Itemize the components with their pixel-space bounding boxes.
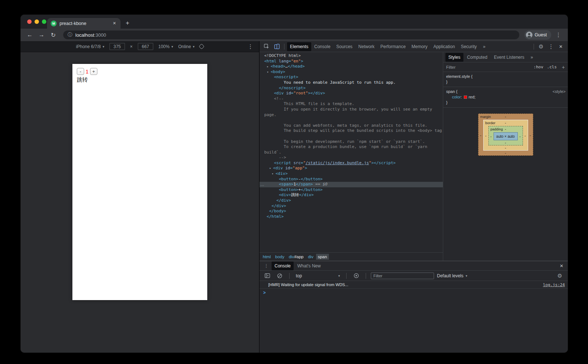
more-tabs-button[interactable]: »: [480, 44, 488, 49]
device-select[interactable]: iPhone 6/7/8▾: [76, 44, 104, 49]
dom-tree-row[interactable]: ▸ <head>…</head>: [259, 64, 443, 69]
breadcrumb-item-body[interactable]: body: [273, 254, 286, 260]
devtools-close-icon[interactable]: ✕: [556, 44, 566, 49]
back-icon[interactable]: ←: [25, 32, 35, 38]
javascript-context-select[interactable]: top▾: [294, 273, 341, 278]
style-rule-element[interactable]: element.style { }: [443, 72, 568, 87]
devtools-tab-application[interactable]: Application: [430, 42, 458, 51]
devtools-tab-network[interactable]: Network: [355, 42, 377, 51]
console-filter-input[interactable]: [371, 273, 434, 279]
toggle-class-button[interactable]: .cls: [547, 65, 557, 69]
dom-tree-row[interactable]: If you open it directly in the browser, …: [259, 107, 443, 112]
breadcrumb-item-div[interactable]: div: [306, 254, 315, 260]
sidebar-tab-styles[interactable]: Styles: [445, 53, 463, 62]
jump-link[interactable]: 跳转: [77, 76, 203, 83]
more-sidebar-tabs-button[interactable]: »: [528, 55, 536, 60]
dom-tree-row[interactable]: [259, 118, 443, 123]
device-width-input[interactable]: [110, 43, 125, 50]
console-prompt[interactable]: >: [259, 289, 568, 296]
dom-tree-row[interactable]: … <span>1</span> == $0: [259, 182, 443, 187]
clear-console-icon[interactable]: [275, 271, 284, 280]
dom-tree-row[interactable]: <div id="root"></div>: [259, 91, 443, 96]
dom-tree-row[interactable]: -->: [259, 155, 443, 161]
dom-tree-row[interactable]: <button>+</button>: [259, 187, 443, 193]
devtools-menu-icon[interactable]: ⋮: [546, 43, 556, 50]
dom-tree-row[interactable]: ▾ <body>: [259, 69, 443, 75]
address-bar[interactable]: ⓘ localhost:3000: [63, 30, 519, 39]
profile-button[interactable]: Guest: [524, 30, 551, 40]
console-source-link[interactable]: log.js:24: [543, 282, 565, 287]
live-expression-eye-icon[interactable]: [351, 271, 361, 280]
log-levels-select[interactable]: Default levels▾: [437, 273, 467, 278]
devtools-tab-elements[interactable]: Elements: [287, 42, 311, 51]
inspect-element-icon[interactable]: [262, 42, 271, 51]
dom-tree-row[interactable]: <noscript>: [259, 75, 443, 80]
drawer-menu-icon[interactable]: ⋮: [261, 263, 272, 269]
settings-gear-icon[interactable]: ⚙: [536, 43, 546, 50]
forward-icon[interactable]: →: [37, 32, 46, 38]
drawer-close-icon[interactable]: ✕: [557, 263, 566, 269]
rotate-device-icon[interactable]: [199, 44, 205, 50]
throttling-select[interactable]: Online▾: [178, 44, 194, 49]
console-sidebar-toggle-icon[interactable]: [262, 271, 272, 280]
dom-tree-row[interactable]: The build step will place the bundled sc…: [259, 128, 443, 134]
window-zoom-button[interactable]: [42, 19, 46, 24]
toggle-device-toolbar-icon[interactable]: [272, 42, 282, 51]
toggle-hover-state-button[interactable]: :hov: [534, 65, 544, 69]
increment-button[interactable]: +: [90, 68, 97, 75]
window-close-button[interactable]: [27, 19, 32, 24]
devtools-tab-sources[interactable]: Sources: [333, 42, 355, 51]
browser-menu-icon[interactable]: ⋮: [553, 32, 563, 38]
breadcrumb-item-html[interactable]: html: [261, 254, 273, 260]
dom-tree-row[interactable]: <button>-</button>: [259, 177, 443, 182]
console-settings-gear-icon[interactable]: ⚙: [555, 273, 565, 279]
box-model-border[interactable]: border - - padding - - auto × auto -: [483, 120, 528, 151]
breadcrumb-item-div#app[interactable]: div#app: [287, 254, 305, 260]
breadcrumb-item-span[interactable]: span: [316, 254, 329, 260]
box-model-padding[interactable]: padding - - auto × auto - -: [488, 126, 523, 145]
styles-filter-input[interactable]: Filter: [446, 65, 530, 69]
sidebar-tab-computed[interactable]: Computed: [464, 53, 490, 62]
dom-tree-row[interactable]: To begin the development, run `npm start…: [259, 139, 443, 145]
dom-tree-row[interactable]: </div>: [259, 203, 443, 209]
box-model-content[interactable]: auto × auto: [494, 132, 518, 140]
zoom-select[interactable]: 100%▾: [158, 44, 173, 49]
window-minimize-button[interactable]: [35, 19, 39, 24]
box-model-margin[interactable]: margin - - border - - padding -: [478, 113, 533, 156]
dom-tree-row[interactable]: </html>: [259, 214, 443, 220]
dom-tree-row[interactable]: </div>: [259, 198, 443, 203]
tab-close-icon[interactable]: ✕: [112, 20, 117, 26]
dom-tree-row[interactable]: To create a production bundle, use `npm …: [259, 144, 443, 150]
sidebar-tab-event-listeners[interactable]: Event Listeners: [491, 53, 527, 62]
dom-tree-row[interactable]: <div>跳转</div>: [259, 192, 443, 198]
dom-tree-row[interactable]: You need to enable JavaScript to run thi…: [259, 80, 443, 86]
device-height-input[interactable]: [138, 43, 153, 50]
rule-source-link[interactable]: <style>: [553, 89, 566, 94]
devtools-tab-performance[interactable]: Performance: [377, 42, 409, 51]
page-info-icon[interactable]: ⓘ: [68, 32, 72, 38]
devtools-tab-console[interactable]: Console: [311, 42, 333, 51]
devtools-tab-security[interactable]: Security: [458, 42, 480, 51]
color-swatch[interactable]: [464, 95, 467, 99]
dom-tree-row[interactable]: <!--: [259, 96, 443, 102]
dom-tree-row[interactable]: </noscript>: [259, 86, 443, 91]
dom-tree-row[interactable]: page.: [259, 112, 443, 118]
dom-tree-row[interactable]: ▾ <div id="app">: [259, 166, 443, 171]
device-toolbar-menu-icon[interactable]: ⋮: [245, 43, 255, 50]
new-style-rule-button[interactable]: +: [560, 64, 565, 70]
drawer-tab-console[interactable]: Console: [272, 262, 294, 270]
style-rule-span[interactable]: <style> span { color:red; }: [443, 87, 568, 108]
dom-tree-row[interactable]: <html lang="en">: [259, 59, 443, 64]
dom-tree-row[interactable]: You can add webfonts, meta tags, or anal…: [259, 123, 443, 129]
reload-icon[interactable]: ↻: [49, 32, 58, 39]
dom-tree-row[interactable]: build`.: [259, 150, 443, 155]
css-property-line[interactable]: color:red;: [446, 94, 565, 100]
browser-tab[interactable]: M preact-kbone ✕: [47, 18, 121, 29]
dom-tree-row[interactable]: ▾ <div>: [259, 171, 443, 177]
dom-tree-row[interactable]: <script src="/static/js/index.bundle.js"…: [259, 161, 443, 166]
devtools-tab-memory[interactable]: Memory: [409, 42, 430, 51]
dom-tree-row[interactable]: <!DOCTYPE html>: [259, 53, 443, 59]
dom-tree-row[interactable]: This HTML file is a template.: [259, 101, 443, 107]
drawer-tab-what-s-new[interactable]: What's New: [294, 262, 324, 270]
new-tab-button[interactable]: +: [126, 19, 129, 27]
